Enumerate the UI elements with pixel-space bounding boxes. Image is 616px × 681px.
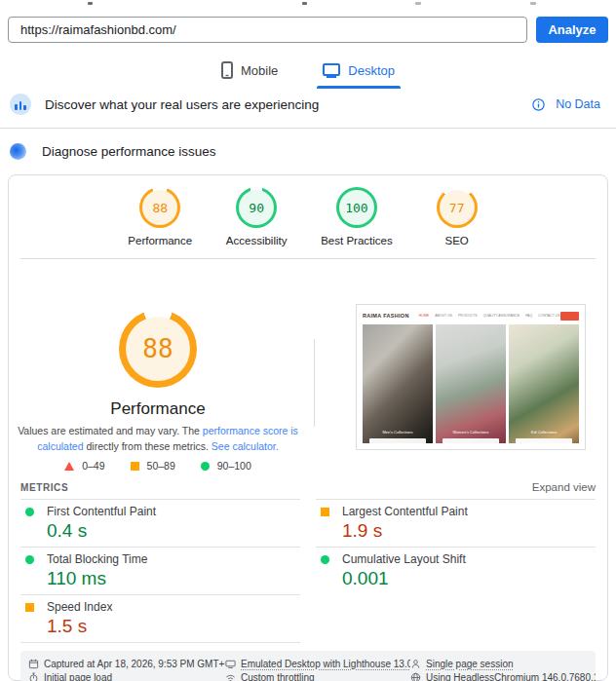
emulated-device: Emulated Desktop with Lighthouse 13.0.1 xyxy=(225,658,410,670)
metrics-heading: METRICS xyxy=(20,482,68,493)
metrics-header: METRICS Expand view xyxy=(9,475,607,499)
no-data-label: No Data xyxy=(556,97,600,111)
field-data-banner: Discover what your real users are experi… xyxy=(0,94,616,129)
throttling-label[interactable]: Custom throttling xyxy=(241,672,315,681)
green-circle-icon xyxy=(201,462,210,471)
session-type: Single page session xyxy=(410,658,596,670)
throttling: Custom throttling xyxy=(225,671,410,681)
metric-name: Largest Contentful Paint xyxy=(342,505,468,518)
category-accessibility[interactable]: 90 Accessibility xyxy=(225,187,288,246)
expand-view-button[interactable]: Expand view xyxy=(532,481,596,493)
url-input[interactable] xyxy=(8,17,527,43)
page-load-type: Initial page load xyxy=(28,671,225,681)
site-cta-button xyxy=(560,312,579,321)
explanation-text: Values are estimated and may vary. The xyxy=(18,425,203,436)
metric-name: Total Blocking Time xyxy=(47,552,147,566)
category-seo[interactable]: 77 SEO xyxy=(426,187,488,246)
site-hero-photos: Men's Collections Women's Collections Ki… xyxy=(363,324,579,443)
metric-name: Cumulative Layout Shift xyxy=(342,552,466,566)
session-type-label[interactable]: Single page session xyxy=(426,659,514,669)
site-nav-item: ABOUT US xyxy=(435,314,452,318)
best-practices-score: 100 xyxy=(345,201,367,215)
category-best-practices[interactable]: 100 Best Practices xyxy=(321,187,393,246)
bar-glyph xyxy=(23,105,26,110)
tab-mobile-label: Mobile xyxy=(241,63,278,78)
page-load-label: Initial page load xyxy=(44,672,112,681)
lighthouse-gauge-icon xyxy=(10,143,26,160)
performance-summary-left: 88 Performance Values are estimated and … xyxy=(9,259,307,472)
person-icon xyxy=(410,659,421,669)
tab-desktop[interactable]: Desktop xyxy=(323,61,395,79)
info-icon xyxy=(532,98,545,111)
kids-collection-photo: Kid Collections xyxy=(509,324,579,443)
legend-fail: 0–49 xyxy=(64,460,104,472)
metric-value: 0.4 s xyxy=(47,520,300,541)
desktop-monitor-icon xyxy=(323,63,340,78)
accessibility-score: 90 xyxy=(249,201,264,215)
bar-glyph xyxy=(19,101,22,110)
site-nav: HOME ABOUT US PRODUCTS QUALITY ASSURANCE… xyxy=(419,314,560,318)
vertical-divider xyxy=(314,339,315,427)
performance-label: Performance xyxy=(128,235,192,246)
no-data-link[interactable]: No Data xyxy=(532,97,600,111)
metric-status-icon xyxy=(25,508,34,516)
tab-desktop-label: Desktop xyxy=(348,63,395,78)
network-throttling-icon xyxy=(225,672,236,681)
seo-score: 77 xyxy=(449,201,465,215)
metric-status-icon xyxy=(25,555,34,564)
run-environment-bar: Captured at Apr 18, 2026, 9:53 PM GMT+6 … xyxy=(20,651,596,681)
metrics-grid: First Contentful Paint 0.4 s Total Block… xyxy=(20,499,596,643)
bar-glyph xyxy=(15,104,18,110)
mobile-phone-icon xyxy=(221,61,233,79)
globe-icon xyxy=(410,672,421,681)
metric-name: First Contentful Paint xyxy=(47,505,156,518)
metric-status-icon xyxy=(321,555,329,564)
analyze-button[interactable]: Analyze xyxy=(536,17,608,43)
metric-total-blocking-time: Total Blocking Time 110 ms xyxy=(20,547,300,594)
accessibility-label: Accessibility xyxy=(226,235,288,246)
browser-version-label[interactable]: Using HeadlessChromium 146.0.7680.177 wi… xyxy=(426,672,596,681)
stopwatch-icon xyxy=(28,672,39,681)
site-nav-item: CONTACT US xyxy=(538,314,559,318)
photo-caption: Women's Collections xyxy=(436,430,506,435)
site-nav-item: FAQ xyxy=(525,314,532,318)
performance-gauge-ring: 88 xyxy=(139,187,180,228)
metric-status-icon xyxy=(321,508,329,516)
photo-caption: Kid Collections xyxy=(509,430,579,435)
real-users-icon xyxy=(10,94,31,115)
performance-main-score: 88 xyxy=(142,334,173,363)
accessibility-gauge-ring: 90 xyxy=(236,187,277,228)
text-fragment xyxy=(415,2,421,5)
cut-off-header xyxy=(0,0,616,6)
site-nav-item: HOME xyxy=(419,314,430,318)
diagnose-section-header: Diagnose performance issues xyxy=(0,129,616,168)
cutoff-heading-placeholder xyxy=(443,438,499,443)
metric-status-icon xyxy=(25,603,34,612)
page-screenshot-thumbnail[interactable]: RAIMA FASHION HOME ABOUT US PRODUCTS QUA… xyxy=(356,304,586,450)
performance-score: 88 xyxy=(152,201,168,215)
metric-first-contentful-paint: First Contentful Paint 0.4 s xyxy=(20,499,300,547)
legend-fail-range: 0–49 xyxy=(82,460,104,472)
emulated-device-label[interactable]: Emulated Desktop with Lighthouse 13.0.1 xyxy=(241,659,410,669)
seo-gauge-ring: 77 xyxy=(437,187,478,228)
metric-name: Speed Index xyxy=(47,600,112,614)
diagnose-title: Diagnose performance issues xyxy=(42,144,216,159)
metric-value: 1.9 s xyxy=(342,520,596,541)
performance-main-gauge: 88 xyxy=(119,310,197,388)
best-practices-gauge-ring: 100 xyxy=(336,187,377,228)
site-logo: RAIMA FASHION xyxy=(363,313,409,319)
metric-value: 0.001 xyxy=(342,568,596,588)
explanation-text: directly from these metrics. xyxy=(84,440,212,452)
capture-time: Captured at Apr 18, 2026, 9:53 PM GMT+6 xyxy=(28,658,225,670)
red-triangle-icon xyxy=(64,462,74,471)
category-performance[interactable]: 88 Performance xyxy=(128,187,192,246)
performance-summary: 88 Performance Values are estimated and … xyxy=(9,259,607,475)
see-calculator-link[interactable]: See calculator. xyxy=(212,440,279,452)
tab-mobile[interactable]: Mobile xyxy=(221,61,278,79)
metric-value: 1.5 s xyxy=(47,616,300,636)
text-fragment xyxy=(88,2,93,5)
score-explanation: Values are estimated and may vary. The p… xyxy=(18,423,298,454)
cutoff-heading-placeholder xyxy=(369,438,426,443)
site-header: RAIMA FASHION HOME ABOUT US PRODUCTS QUA… xyxy=(363,310,579,322)
metric-cumulative-layout-shift: Cumulative Layout Shift 0.001 xyxy=(316,547,596,594)
